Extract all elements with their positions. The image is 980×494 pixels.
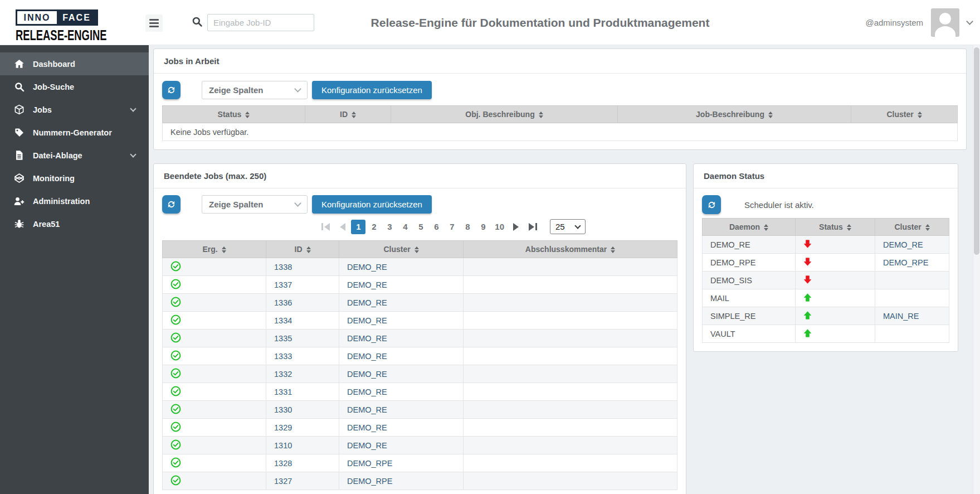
job-table-row: 1329 DEMO_RE xyxy=(163,419,677,437)
sidebar-item-administration[interactable]: Administration xyxy=(0,190,149,212)
job-cluster-link[interactable]: DEMO_RPE xyxy=(347,459,392,468)
success-check-icon xyxy=(170,314,181,325)
vertical-scrollbar[interactable] xyxy=(973,45,980,494)
job-table-row: 1330 DEMO_RE xyxy=(163,401,677,419)
column-header-id[interactable]: ID xyxy=(305,106,391,123)
job-cluster-link[interactable]: DEMO_RE xyxy=(347,298,387,307)
user-menu-chevron-icon[interactable] xyxy=(966,18,973,25)
column-header-job-beschreibung[interactable]: Job-Beschreibung xyxy=(618,106,851,123)
daemon-status-arrow-icon xyxy=(803,240,812,248)
column-header-cluster[interactable]: Cluster xyxy=(339,241,464,258)
job-table-row: 1335 DEMO_RE xyxy=(163,330,677,347)
job-table-row: 1310 DEMO_RE xyxy=(163,437,677,454)
column-header-id[interactable]: ID xyxy=(266,241,339,258)
job-cluster-link[interactable]: DEMO_RE xyxy=(347,423,387,432)
show-columns-dropdown[interactable]: Zeige Spalten xyxy=(202,81,308,99)
page-number-button[interactable]: 1 xyxy=(351,220,365,234)
user-avatar[interactable] xyxy=(931,8,959,37)
job-id-link[interactable]: 1332 xyxy=(274,370,292,379)
job-cluster-link[interactable]: DEMO_RE xyxy=(347,352,387,361)
column-header-obj-beschreibung[interactable]: Obj. Beschreibung xyxy=(391,106,618,123)
next-page-button[interactable] xyxy=(508,223,524,231)
job-id-link[interactable]: 1333 xyxy=(274,352,292,361)
tag-icon xyxy=(13,127,25,138)
sidebar-item-dashboard[interactable]: Dashboard xyxy=(0,52,149,75)
cube-icon xyxy=(13,104,25,115)
job-cluster-link[interactable]: DEMO_RE xyxy=(347,263,387,272)
top-header: INNO FACE RELEASE-ENGINE Release-Engine … xyxy=(0,0,980,45)
job-cluster-link[interactable]: DEMO_RE xyxy=(347,441,387,450)
daemon-name: DEMO_RPE xyxy=(710,258,755,267)
sidebar-item-monitoring[interactable]: Monitoring xyxy=(0,167,149,190)
job-cluster-link[interactable]: DEMO_RPE xyxy=(347,477,392,486)
job-cluster-link[interactable]: DEMO_RE xyxy=(347,280,387,289)
column-header-abschlusskommentar[interactable]: Abschlusskommentar xyxy=(464,241,677,258)
chevron-down-icon xyxy=(130,105,136,112)
column-header-status[interactable]: Status xyxy=(163,106,305,123)
page-number-button[interactable]: 9 xyxy=(476,220,490,234)
page-number-button[interactable]: 6 xyxy=(429,220,443,234)
logo-part-inno: INNO xyxy=(17,11,57,24)
reset-configuration-button[interactable]: Konfiguration zurücksetzen xyxy=(312,81,432,99)
sidebar-item-jobs[interactable]: Jobs xyxy=(0,98,149,121)
page-number-button[interactable]: 8 xyxy=(460,220,475,234)
column-header-erg[interactable]: Erg. xyxy=(163,241,266,258)
show-columns-dropdown[interactable]: Zeige Spalten xyxy=(202,195,308,214)
job-id-link[interactable]: 1338 xyxy=(274,263,292,272)
daemon-table-row: DEMO_RPE DEMO_RPE xyxy=(703,254,949,272)
job-id-link[interactable]: 1327 xyxy=(274,477,292,486)
last-page-button[interactable] xyxy=(524,223,542,231)
column-header-status[interactable]: Status xyxy=(796,219,875,236)
refresh-button[interactable] xyxy=(702,195,721,214)
sidebar-item-area51[interactable]: Area51 xyxy=(0,212,149,235)
sidebar-nav: Dashboard Job-Suche Jobs Nummern-Generat… xyxy=(0,45,149,494)
column-header-cluster[interactable]: Cluster xyxy=(851,106,958,123)
sidebar-item-nummern-generator[interactable]: Nummern-Generator xyxy=(0,121,149,144)
job-id-link[interactable]: 1310 xyxy=(274,441,292,450)
job-id-link[interactable]: 1337 xyxy=(274,280,292,289)
page-number-button[interactable]: 10 xyxy=(491,220,508,234)
job-cluster-link[interactable]: DEMO_RE xyxy=(347,370,387,379)
job-id-link[interactable]: 1335 xyxy=(274,334,292,343)
page-number-button[interactable]: 2 xyxy=(367,220,381,234)
job-id-link[interactable]: 1331 xyxy=(274,388,292,396)
job-id-link[interactable]: 1336 xyxy=(274,298,292,307)
job-id-link[interactable]: 1328 xyxy=(274,459,292,468)
page-number-button[interactable]: 5 xyxy=(413,220,428,234)
job-table-row: 1336 DEMO_RE xyxy=(163,294,677,312)
column-header-cluster[interactable]: Cluster xyxy=(875,219,949,236)
app-window: INNO FACE RELEASE-ENGINE Release-Engine … xyxy=(0,0,980,494)
reset-configuration-button[interactable]: Konfiguration zurücksetzen xyxy=(312,195,432,214)
logo-part-face: FACE xyxy=(57,11,96,24)
previous-page-button[interactable] xyxy=(335,223,350,231)
page-number-button[interactable]: 7 xyxy=(445,220,459,234)
job-id-link[interactable]: 1330 xyxy=(274,405,292,414)
job-cluster-link[interactable]: DEMO_RE xyxy=(347,388,387,396)
daemon-name: SIMPLE_RE xyxy=(710,312,755,321)
daemon-status-arrow-icon xyxy=(803,258,812,266)
refresh-button[interactable] xyxy=(162,195,181,214)
sort-icon xyxy=(245,112,250,118)
page-number-button[interactable]: 3 xyxy=(382,220,397,234)
first-page-button[interactable] xyxy=(316,223,335,231)
scrollbar-thumb[interactable] xyxy=(974,47,979,255)
column-header-daemon[interactable]: Daemon xyxy=(703,219,796,236)
job-cluster-link[interactable]: DEMO_RE xyxy=(347,334,387,343)
success-check-icon xyxy=(170,279,181,289)
daemon-cluster-link[interactable]: MAIN_RE xyxy=(883,312,919,321)
daemon-cluster-link[interactable]: DEMO_RPE xyxy=(883,258,928,267)
sidebar-item-datei-ablage[interactable]: Datei-Ablage xyxy=(0,144,149,167)
page-number-button[interactable]: 4 xyxy=(398,220,412,234)
daemon-status-table: Daemon Status Cluster DEMO_RE DEMO_RE DE… xyxy=(702,218,949,343)
page-size-select[interactable]: 25 xyxy=(550,219,586,234)
refresh-button[interactable] xyxy=(162,81,181,99)
job-cluster-link[interactable]: DEMO_RE xyxy=(347,316,387,325)
sidebar-toggle-button[interactable] xyxy=(145,14,163,32)
job-cluster-link[interactable]: DEMO_RE xyxy=(347,405,387,414)
job-id-link[interactable]: 1334 xyxy=(274,316,292,325)
sidebar-item-job-suche[interactable]: Job-Suche xyxy=(0,75,149,98)
daemon-cluster-link[interactable]: DEMO_RE xyxy=(883,240,923,249)
sort-icon xyxy=(352,112,356,118)
main-content: Jobs in Arbeit Zeige Spalten Konfigurati… xyxy=(149,45,980,494)
job-id-link[interactable]: 1329 xyxy=(274,423,292,432)
